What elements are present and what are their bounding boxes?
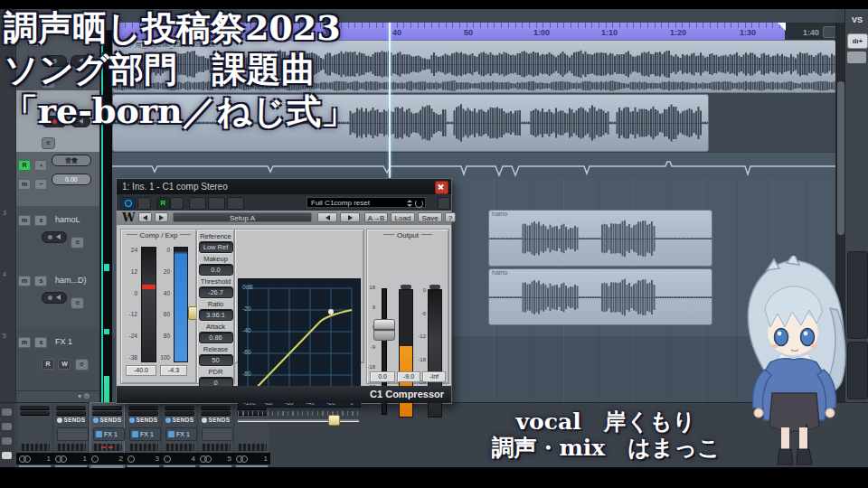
attack-value[interactable]: 0.86 [199,332,233,343]
curve-handle-dot[interactable] [328,309,334,314]
read-automation-button[interactable]: R [18,160,31,171]
threshold-value[interactable]: -26.7 [199,286,233,298]
reference-value[interactable]: Low Ref [199,241,233,253]
rack-module[interactable] [847,342,868,399]
plugin-title-bar[interactable]: 1: Ins. 1 - C1 comp Stereo [117,179,451,194]
mixer-strip[interactable]: SENDS 1 [54,403,88,467]
solo-button[interactable]: s [34,337,47,348]
mixer-strip[interactable]: SENDS FX 1 4 [163,403,196,467]
threshold-slider-handle[interactable] [328,415,340,426]
audio-clip-hamo-1[interactable]: hamo [488,210,712,267]
channel-number: 5 [228,455,231,463]
send-enable-dot[interactable] [165,418,171,423]
attack-label: Attack [197,323,234,331]
compare-icon[interactable] [189,197,206,210]
mute-button[interactable]: m [18,337,31,348]
save-button[interactable]: Save [418,212,442,222]
send-slot-fx1[interactable]: FX 1 [93,427,125,441]
record-arm-button[interactable] [42,292,67,304]
preset-browse-icon[interactable] [208,197,225,210]
output-fader-handle[interactable] [373,319,395,341]
send-enable-dot[interactable] [129,418,135,423]
window-options-icon[interactable] [438,197,450,210]
write-slot-icon[interactable] [170,197,184,210]
stereo-pan-icon [19,455,32,463]
solo-button[interactable]: s [34,276,47,286]
undo-icon[interactable] [138,212,152,222]
project-end-marker [778,23,786,31]
gain-reduction-value: -40.0 [126,365,156,376]
audio-clip-hamo-2[interactable]: hamo [488,268,712,325]
ruler-label: 40 [392,28,401,37]
solo-button[interactable]: s [34,215,47,226]
automation-lane-header[interactable]: R ◖ 音量 m ~ 0.00 [16,152,99,207]
lower-zone-rail[interactable] [0,403,14,467]
mixer-strip[interactable]: SENDS FX 1 3 [127,403,160,467]
sends-section[interactable]: SENDS [90,417,124,423]
playhead-cursor[interactable] [389,23,391,178]
close-icon[interactable] [435,181,448,194]
record-arm-button[interactable] [42,231,67,243]
edit-channel-button[interactable]: e [42,137,55,149]
send-enable-dot[interactable] [93,418,99,423]
mixer-strip[interactable]: SENDS 5 [199,403,232,467]
a-to-b-button[interactable]: A→B [364,212,388,222]
send-slot-empty[interactable] [57,427,89,441]
ruler-options-button[interactable] [823,26,836,38]
help-button[interactable]: ? [445,212,456,222]
send-slot-fx1[interactable]: FX 1 [129,427,161,441]
mono-pan-icon [164,455,176,463]
title-caption: 調声晒し投稿祭2023 ソング部門 課題曲 「re-born／ねじ式」 [4,7,355,132]
rack-slot[interactable] [847,52,866,63]
track-list-footer-icons[interactable]: ▾ ⚙ [78,392,90,400]
sends-section[interactable]: SENDS [54,417,88,423]
preset-field[interactable]: Full C1comp reset [307,197,426,208]
add-meter-button[interactable]: ıIı+ [847,33,868,49]
makeup-value[interactable]: 0.0 [199,264,233,276]
mute-button[interactable]: m [18,276,31,286]
automation-curve[interactable] [112,162,835,175]
send-slot-empty[interactable] [202,427,233,441]
edit-channel-button[interactable]: e [75,359,89,371]
mute-automation-button[interactable]: m [18,179,31,190]
mixer-strip[interactable]: 1 [18,403,52,467]
read-button[interactable]: R [156,197,170,210]
speaker-icon: ◖ [34,160,47,171]
automation-value: 0.00 [52,174,91,185]
send-slot-fx1[interactable]: FX 1 [165,427,197,441]
mute-button[interactable]: m [18,215,31,226]
edit-channel-button[interactable]: e [71,237,84,249]
load-button[interactable]: Load [391,212,415,222]
preset-spinner-icon[interactable] [407,200,412,207]
setup-a-button[interactable]: Setup A [173,212,312,222]
insert-slot-icon[interactable] [137,197,151,210]
next-preset-button[interactable] [340,212,360,222]
stereo-pan-icon [55,455,68,463]
send-enable-dot[interactable] [57,418,62,423]
track-header-hamoL[interactable]: m s hamoL e [16,206,99,267]
scrollbar-thumb[interactable] [837,81,844,235]
automation-lane[interactable] [112,152,835,178]
ratio-value[interactable]: 3.96:1 [199,309,233,321]
ruler-label: 50 [464,28,473,37]
edit-channel-button[interactable]: e [71,297,84,309]
send-enable-dot[interactable] [202,418,207,423]
bypass-power-button[interactable] [120,197,136,210]
release-value[interactable]: 50 [199,354,233,366]
redo-icon[interactable] [155,212,168,222]
track-header-fx1[interactable]: m s FX 1 R W e [16,328,99,391]
prev-preset-button[interactable] [317,212,337,222]
mixer-strip-selected[interactable]: SENDS FX 1 2 [90,403,124,467]
sends-section[interactable]: SENDS [163,417,196,423]
sends-section[interactable]: SENDS [127,417,160,423]
threshold-slider[interactable] [238,411,359,426]
sends-section[interactable]: SENDS [199,417,232,423]
preset-cycle-icon[interactable] [415,200,423,208]
read-automation-button[interactable]: R [42,359,54,370]
plugin-window-c1[interactable]: 1: Ins. 1 - C1 comp Stereo R Full C1comp… [116,178,452,404]
rack-module[interactable] [847,251,868,339]
track-header-hamoD[interactable]: m s ham...D) e [16,267,99,329]
write-automation-button[interactable]: W [58,359,71,370]
track-name: FX 1 [55,337,72,346]
sidechain-icon[interactable] [227,197,244,210]
